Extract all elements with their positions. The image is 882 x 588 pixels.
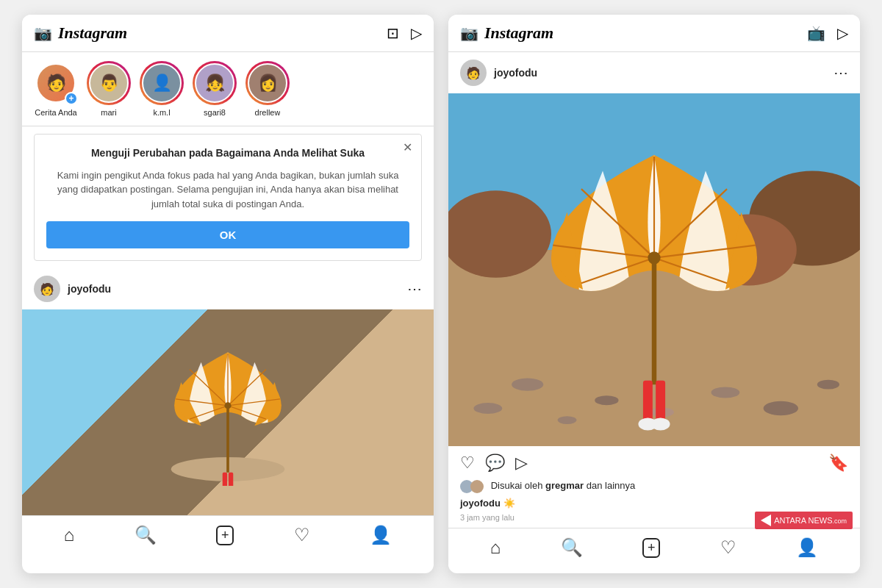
comment-action-icon[interactable]: 💬: [485, 453, 505, 473]
instagram-logo-right: Instagram: [484, 24, 553, 43]
left-phone: 📷 Instagram ⊡ ▷ 🧑 + Cerita Anda 👨: [22, 15, 434, 573]
left-header: 📷 Instagram ⊡ ▷: [22, 15, 434, 52]
instagram-logo: Instagram: [58, 24, 127, 43]
story-kml[interactable]: 👤 k.m.l: [140, 61, 184, 117]
right-post-caption: joyofodu ☀️: [448, 496, 860, 512]
left-post-image: [22, 309, 434, 515]
svg-point-22: [764, 401, 798, 415]
caption-username[interactable]: joyofodu: [460, 498, 501, 509]
right-header-right: 📺 ▷: [807, 24, 848, 42]
notification-body: Kami ingin pengikut Anda fokus pada hal …: [46, 168, 409, 212]
story-sgari8[interactable]: 👧 sgari8: [193, 61, 237, 117]
paper-plane-icon[interactable]: ▷: [411, 24, 422, 42]
direct-icon[interactable]: ⊡: [387, 24, 399, 42]
right-bottom-nav: ⌂ 🔍 + ♡ 👤: [448, 528, 860, 567]
story-kml-label: k.m.l: [153, 108, 170, 117]
header-right: ⊡ ▷: [387, 24, 422, 42]
home-nav-icon[interactable]: ⌂: [64, 525, 75, 545]
camera-icon-right: 📷: [460, 24, 478, 42]
notification-close-icon[interactable]: ✕: [403, 140, 412, 154]
svg-point-19: [512, 379, 543, 391]
paper-plane-icon-right[interactable]: ▷: [837, 24, 848, 42]
like-avatar-2: [470, 480, 484, 493]
svg-rect-10: [223, 473, 227, 486]
add-nav-icon-right[interactable]: +: [642, 538, 661, 558]
right-header: 📷 Instagram 📺 ▷: [448, 15, 860, 52]
caption-emoji: ☀️: [503, 498, 515, 509]
svg-point-39: [651, 417, 670, 430]
profile-nav-icon-right[interactable]: 👤: [796, 537, 818, 558]
tv-icon[interactable]: 📺: [807, 24, 825, 42]
stories-row: 🧑 + Cerita Anda 👨 mari 👤 k.m.l: [22, 52, 434, 126]
notification-ok-button[interactable]: OK: [46, 221, 409, 248]
likes-username[interactable]: gregmar: [545, 480, 584, 491]
right-post-username[interactable]: joyofodu: [494, 67, 537, 79]
story-drellew-label: drellew: [255, 108, 281, 117]
heart-action-icon[interactable]: ♡: [460, 453, 475, 473]
notification-banner: ✕ Menguji Perubahan pada Bagaimana Anda …: [34, 134, 422, 261]
watermark-text: ANTARA NEWS.com: [774, 516, 847, 525]
story-cerita-label: Cerita Anda: [35, 108, 76, 117]
story-sgari8-label: sgari8: [204, 108, 226, 117]
story-mari[interactable]: 👨 mari: [87, 61, 131, 117]
right-post-header: 🧑 joyofodu ⋯: [448, 52, 860, 93]
search-nav-icon[interactable]: 🔍: [135, 525, 157, 545]
svg-point-23: [473, 403, 502, 414]
right-post-image: [448, 93, 860, 446]
story-cerita[interactable]: 🧑 + Cerita Anda: [34, 61, 78, 117]
svg-point-25: [558, 416, 577, 424]
home-nav-icon-right[interactable]: ⌂: [490, 537, 501, 558]
left-post-avatar: 🧑: [34, 276, 60, 302]
umbrella-svg-right: [448, 93, 860, 446]
search-nav-icon-right[interactable]: 🔍: [561, 537, 583, 558]
watermark-triangle: [761, 514, 771, 526]
heart-nav-icon[interactable]: ♡: [294, 525, 310, 545]
likes-text: Disukai oleh gregmar dan lainnya: [491, 480, 636, 491]
right-post-avatar: 🧑: [460, 60, 487, 86]
heart-nav-icon-right[interactable]: ♡: [720, 537, 736, 558]
header-left: 📷 Instagram: [34, 24, 127, 43]
right-phone: 📷 Instagram 📺 ▷ 🧑 joyofodu ⋯: [448, 15, 860, 573]
svg-rect-37: [656, 381, 665, 424]
story-drellew[interactable]: 👩 drellew: [245, 61, 290, 117]
right-post-menu-icon[interactable]: ⋯: [833, 64, 848, 82]
svg-point-20: [595, 395, 618, 405]
notification-title: Menguji Perubahan pada Bagaimana Anda Me…: [46, 146, 409, 161]
svg-rect-36: [643, 381, 653, 424]
add-story-badge: +: [65, 92, 78, 105]
bookmark-action-icon[interactable]: 🔖: [828, 453, 848, 473]
add-nav-icon[interactable]: +: [216, 526, 234, 545]
left-post-menu-icon[interactable]: ⋯: [407, 280, 422, 298]
profile-nav-icon[interactable]: 👤: [370, 525, 392, 545]
left-post-header: 🧑 joyofodu ⋯: [22, 268, 434, 309]
svg-point-26: [817, 380, 839, 390]
antara-watermark: ANTARA NEWS.com: [755, 512, 853, 529]
left-post-username[interactable]: joyofodu: [68, 283, 111, 295]
umbrella-svg-left: [154, 339, 301, 486]
camera-icon: 📷: [34, 24, 52, 42]
right-post-likes: Disukai oleh gregmar dan lainnya: [448, 480, 860, 496]
right-header-left: 📷 Instagram: [460, 24, 553, 43]
svg-point-21: [711, 387, 740, 398]
left-bottom-nav: ⌂ 🔍 + ♡ 👤: [22, 515, 434, 554]
share-action-icon[interactable]: ▷: [515, 453, 528, 473]
story-mari-label: mari: [101, 108, 116, 117]
right-post-actions: ♡ 💬 ▷ 🔖: [448, 446, 860, 480]
svg-rect-11: [229, 473, 233, 486]
